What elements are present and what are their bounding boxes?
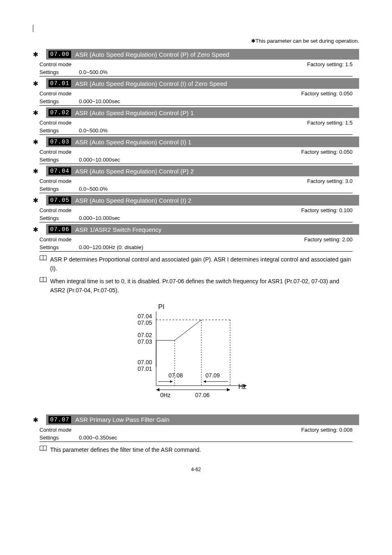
param-code-6: 07.06	[48, 226, 71, 233]
settings-value-2: 0.0~500.0%	[79, 127, 108, 134]
param-title-text-1: ASR (Auto Speed Regulation) Control (I) …	[75, 80, 227, 87]
svg-text:0Hz: 0Hz	[160, 392, 171, 398]
settings-value-3: 0.000~10.000sec	[79, 157, 120, 163]
factory-setting-1: Factory setting: 0.050	[301, 90, 353, 97]
control-mode-label-4: Control mode	[39, 178, 71, 184]
param-title-3: 07.03 ASR (Auto Speed Regulation) Contro…	[46, 136, 359, 147]
svg-marker-20	[203, 380, 206, 383]
param-code-0: 07.00	[48, 51, 71, 58]
control-mode-label-0: Control mode	[39, 61, 71, 67]
star-icon: ✱	[33, 138, 38, 146]
control-mode-label-5: Control mode	[39, 207, 71, 213]
settings-value-6: 0.00~120.00Hz (0: disable)	[79, 244, 143, 250]
star-icon: ✱	[33, 197, 38, 204]
svg-text:07.09: 07.09	[205, 372, 220, 379]
param-title-1: 07.01 ASR (Auto Speed Regulation) Contro…	[46, 78, 359, 89]
page-number: 4-62	[33, 467, 359, 472]
note-text-1: When integral time is set to 0, it is di…	[50, 277, 353, 295]
param-code-bottom: 07.07	[48, 416, 71, 423]
svg-text:07.03: 07.03	[138, 338, 152, 345]
bottom-note-text: This parameter defines the filter time o…	[50, 445, 201, 454]
param-code-3: 07.03	[48, 138, 71, 146]
factory-setting-2: Factory setting: 1.5	[307, 120, 353, 126]
star-icon: ✱	[33, 226, 38, 234]
control-mode-label-2: Control mode	[39, 120, 71, 126]
settings-value-4: 0.0~500.0%	[79, 186, 108, 192]
settings-label-6: Settings	[39, 244, 79, 250]
svg-marker-18	[170, 380, 173, 383]
svg-marker-23	[156, 388, 159, 391]
param-title-bottom: 07.07 ASR Primary Low Pass Filter Gain	[46, 414, 359, 425]
factory-setting-5: Factory setting: 0.100	[301, 207, 353, 213]
param-title-text-3: ASR (Auto Speed Regulation) Control (I) …	[75, 139, 191, 146]
param-title-6: 07.06 ASR 1/ASR2 Switch Frequency	[46, 224, 359, 235]
svg-text:07.04: 07.04	[138, 313, 152, 319]
param-code-2: 07.02	[48, 109, 71, 116]
factory-setting-6: Factory setting: 2.00	[304, 236, 353, 243]
star-icon: ✱	[33, 51, 38, 58]
star-icon: ✱	[33, 109, 38, 117]
settings-label-1: Settings	[39, 98, 79, 104]
settings-label-5: Settings	[39, 215, 79, 221]
settings-label-4: Settings	[39, 186, 79, 192]
text-cursor	[33, 25, 359, 32]
param-code-1: 07.01	[48, 80, 71, 87]
asr-switch-diagram: PI 07.04 07.05 07.02 07.03 07.00 07.01 0…	[107, 303, 359, 406]
param-title-5: 07.05 ASR (Auto Speed Regulation) Contro…	[46, 195, 359, 206]
settings-value-bottom: 0.000~0.350sec	[79, 435, 117, 441]
star-icon: ✱	[33, 80, 38, 88]
svg-text:07.08: 07.08	[168, 372, 183, 379]
param-title-text-0: ASR (Auto Speed Regulation) Control (P) …	[75, 51, 229, 58]
svg-text:07.02: 07.02	[138, 332, 152, 338]
settings-label-0: Settings	[39, 69, 79, 75]
svg-text:07.05: 07.05	[138, 319, 152, 326]
factory-setting-3: Factory setting: 0.050	[301, 149, 353, 155]
factory-setting-4: Factory setting: 3.0	[307, 178, 353, 184]
svg-text:07.06: 07.06	[195, 392, 210, 398]
settings-value-0: 0.0~500.0%	[79, 69, 108, 75]
star-icon: ✱	[33, 416, 38, 424]
param-title-text-6: ASR 1/ASR2 Switch Frequency	[75, 226, 161, 233]
factory-setting-0: Factory setting: 1.5	[307, 61, 353, 67]
param-title-2: 07.02 ASR (Auto Speed Regulation) Contro…	[46, 107, 359, 118]
settings-value-1: 0.000~10.000sec	[79, 98, 120, 104]
param-title-text-bottom: ASR Primary Low Pass Filter Gain	[75, 416, 169, 423]
svg-text:07.01: 07.01	[138, 365, 152, 372]
param-code-5: 07.05	[48, 197, 71, 204]
param-code-4: 07.04	[48, 167, 71, 175]
control-mode-label-6: Control mode	[39, 236, 71, 243]
param-title-4: 07.04 ASR (Auto Speed Regulation) Contro…	[46, 166, 359, 176]
param-title-0: 07.00 ASR (Auto Speed Regulation) Contro…	[46, 49, 359, 60]
control-mode-label-3: Control mode	[39, 149, 71, 155]
top-operation-note: ✱This parameter can be set during operat…	[33, 38, 359, 44]
book-icon	[39, 446, 47, 454]
param-title-text-4: ASR (Auto Speed Regulation) Control (P) …	[75, 168, 194, 175]
svg-marker-22	[227, 388, 230, 391]
settings-label-2: Settings	[39, 127, 79, 134]
param-title-text-2: ASR (Auto Speed Regulation) Control (P) …	[75, 109, 194, 116]
star-icon: ✱	[33, 167, 38, 175]
book-icon	[39, 277, 47, 295]
svg-text:Hz: Hz	[238, 383, 247, 390]
chart-y-title: PI	[158, 303, 164, 310]
settings-label-bottom: Settings	[39, 435, 79, 441]
book-icon	[39, 255, 47, 273]
note-text-0: ASR P determines Proportional control an…	[50, 255, 353, 273]
factory-setting-bottom: Factory setting: 0.008	[301, 427, 353, 433]
control-mode-label-bottom: Control mode	[39, 427, 71, 433]
param-title-text-5: ASR (Auto Speed Regulation) Control (I) …	[75, 197, 191, 204]
control-mode-label-1: Control mode	[39, 90, 71, 97]
settings-label-3: Settings	[39, 157, 79, 163]
svg-text:07.00: 07.00	[138, 359, 152, 365]
settings-value-5: 0.000~10.000sec	[79, 215, 120, 221]
